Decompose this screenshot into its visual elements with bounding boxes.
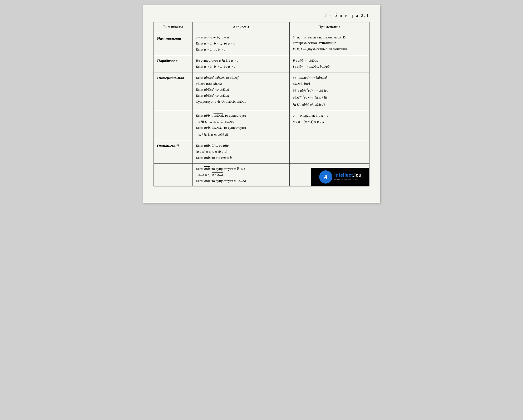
header-notes: Примечания <box>289 22 369 32</box>
logo-main-text: intellect.icu <box>334 172 362 178</box>
row-notes-relations <box>289 140 369 163</box>
row-axioms-nominal: a ~ b или a ≁ b, a ~ a Если a ~ b, b ~ c… <box>193 32 290 55</box>
main-table: Тип шкалы Аксиомы Примечания Номинальная… <box>154 22 369 186</box>
logo-circle-text: A <box>324 173 327 181</box>
row-label-ordinal: Порядковая <box>154 55 193 72</box>
row-axioms-ordinal: Не существует a ∈ U : a > a Если a > b, … <box>193 55 290 72</box>
table-row: Отношений Если aRb, bRc, то aRc (a o b) … <box>154 140 369 163</box>
table-row: Если aPb и abDcd, то существует e ∈ U: a… <box>154 110 369 140</box>
row-notes-ordinal: P : aPb ⇒ abDaa I : aIb ⟺ abDbc, baDab <box>289 55 369 72</box>
table-row: Номинальная a ~ b или a ≁ b, a ~ a Если … <box>154 32 369 55</box>
row-label-nominal: Номинальная <box>154 32 193 55</box>
row-notes-interval: M : abMcd ⟺ {abDcd, cdDab, bIc} Mn : abM… <box>289 72 369 110</box>
table-row: Если aRb, то существует a ∈ U : aRb o c,… <box>154 163 369 186</box>
row-axioms-interval-cont: Если aPb и abDcd, то существует e ∈ U: a… <box>193 110 290 140</box>
table-title: Т а б л и ц а 2.1 <box>154 13 369 18</box>
logo-text: intellect.icu Искусственный разум <box>334 172 362 182</box>
row-label-interval: Интерваль-ная <box>154 72 193 110</box>
row-notes-nominal: Знак : читается как «такое, что» D — чет… <box>289 32 369 55</box>
row-axioms-relations: Если aRb, bRc, то aRc (a o b) o cRa o (b… <box>193 140 290 163</box>
table-row: Порядковая Не существует a ∈ U : a > a Е… <box>154 55 369 72</box>
page-container: Т а б л и ц а 2.1 Тип шкалы Аксиомы Прим… <box>143 5 380 203</box>
logo-sub-text: Искусственный разум <box>334 178 362 182</box>
row-axioms-relations-cont: Если aRb, то существует a ∈ U : aRb o c,… <box>193 163 290 186</box>
logo-overlay: A intellect.icu Искусственный разум <box>311 168 369 186</box>
row-notes-relations-cont: A intellect.icu Искусственный разум <box>289 163 369 186</box>
row-label-relations: Отношений <box>154 140 193 163</box>
row-notes-interval-cont: o — операция: 1 o a = a n o a = (n − 1) … <box>289 110 369 140</box>
header-type: Тип шкалы <box>154 22 193 32</box>
table-row: Интерваль-ная Если abDcd, cdDef, то abDe… <box>154 72 369 110</box>
row-label-interval-cont <box>154 110 193 140</box>
row-label-relations-cont <box>154 163 193 186</box>
header-axioms: Аксиомы <box>193 22 290 32</box>
logo-circle: A <box>319 170 332 184</box>
row-axioms-interval: Если abDcd, cdDef, то abDef abDcd или cd… <box>193 72 290 110</box>
